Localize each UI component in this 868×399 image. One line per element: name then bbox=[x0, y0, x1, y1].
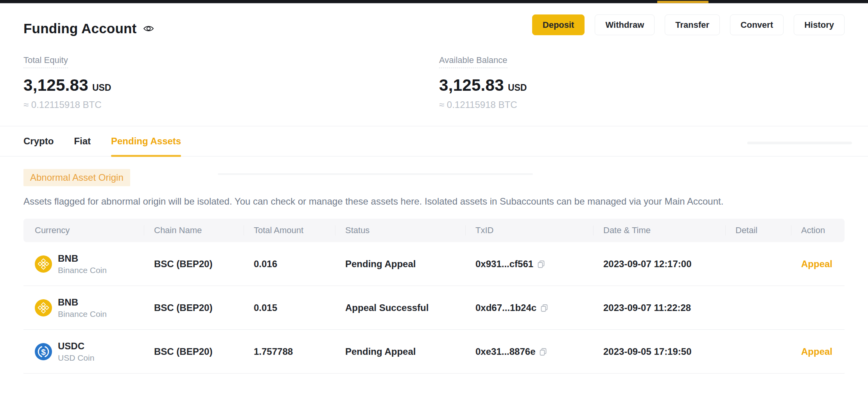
coin-symbol: BNB bbox=[58, 253, 107, 264]
total-equity-value-row: 3,125.83 USD bbox=[23, 76, 439, 95]
total-equity-block: Total Equity 3,125.83 USD ≈ 0.12115918 B… bbox=[23, 55, 439, 110]
total-amount-cell: 0.015 bbox=[254, 302, 345, 313]
copy-icon[interactable] bbox=[540, 304, 549, 312]
active-nav-indicator bbox=[657, 1, 708, 3]
total-equity-label: Total Equity bbox=[23, 55, 68, 68]
coin-name: Binance Coin bbox=[58, 309, 107, 319]
txid-cell: 0x931...cf561 bbox=[475, 259, 603, 270]
table-row: BNB Binance Coin BSC (BEP20) 0.015 Appea… bbox=[23, 286, 845, 330]
tab-fiat[interactable]: Fiat bbox=[74, 126, 91, 156]
col-txid: TxID bbox=[475, 225, 603, 235]
available-balance-currency: USD bbox=[508, 83, 527, 93]
coin-text: USDC USD Coin bbox=[58, 340, 94, 363]
pending-assets-section: Abnormal Asset Origin Assets flagged for… bbox=[0, 156, 868, 374]
account-actions: Deposit Withdraw Transfer Convert Histor… bbox=[522, 14, 845, 35]
usdc-icon: $ bbox=[35, 343, 52, 360]
datetime-cell: 2023-09-07 11:22:28 bbox=[603, 302, 735, 313]
pending-assets-table: Currency Chain Name Total Amount Status … bbox=[23, 219, 845, 374]
loading-skeleton-line bbox=[218, 173, 533, 175]
coin-name: USD Coin bbox=[58, 353, 94, 363]
history-button[interactable]: History bbox=[794, 14, 845, 35]
copy-icon[interactable] bbox=[539, 347, 547, 356]
tab-pending-assets[interactable]: Pending Assets bbox=[111, 126, 181, 156]
copy-icon[interactable] bbox=[537, 260, 545, 268]
datetime-cell: 2023-09-05 17:19:50 bbox=[603, 346, 735, 357]
col-action: Action bbox=[801, 225, 845, 235]
appeal-link[interactable]: Appeal bbox=[801, 346, 832, 357]
available-balance-btc-approx: ≈ 0.12115918 BTC bbox=[439, 99, 527, 110]
loading-skeleton-line bbox=[747, 142, 852, 144]
chain-name-cell: BSC (BEP20) bbox=[154, 259, 254, 270]
status-cell: Pending Appeal bbox=[345, 346, 475, 357]
abnormal-asset-origin-badge: Abnormal Asset Origin bbox=[23, 169, 130, 186]
page-title: Funding Account bbox=[23, 21, 136, 36]
txid-cell: 0xe31...8876e bbox=[475, 346, 603, 357]
bnb-icon bbox=[35, 255, 52, 273]
hide-balance-eye-icon[interactable] bbox=[143, 23, 154, 34]
total-amount-cell: 1.757788 bbox=[254, 346, 345, 357]
currency-cell: BNB Binance Coin bbox=[35, 297, 154, 319]
page-header: Funding Account Deposit Withdraw Transfe… bbox=[23, 4, 845, 36]
svg-text:$: $ bbox=[41, 347, 46, 356]
col-chain-name: Chain Name bbox=[154, 225, 254, 235]
action-cell: Appeal bbox=[801, 259, 845, 270]
appeal-link[interactable]: Appeal bbox=[801, 259, 832, 269]
chain-name-cell: BSC (BEP20) bbox=[154, 346, 254, 357]
balances-section: Total Equity 3,125.83 USD ≈ 0.12115918 B… bbox=[23, 55, 845, 126]
col-date-time: Date & Time bbox=[603, 225, 735, 235]
title-wrap: Funding Account bbox=[23, 21, 154, 36]
available-balance-block: Available Balance 3,125.83 USD ≈ 0.12115… bbox=[439, 55, 527, 110]
tab-crypto[interactable]: Crypto bbox=[23, 126, 54, 156]
action-cell: Appeal bbox=[801, 346, 845, 357]
col-total-amount: Total Amount bbox=[254, 225, 345, 235]
available-balance-label: Available Balance bbox=[439, 55, 508, 68]
coin-text: BNB Binance Coin bbox=[58, 253, 107, 275]
funding-account-page: Funding Account Deposit Withdraw Transfe… bbox=[0, 0, 868, 399]
available-balance-value: 3,125.83 bbox=[439, 76, 504, 95]
txid-text: 0xe31...8876e bbox=[475, 346, 535, 357]
coin-symbol: BNB bbox=[58, 297, 107, 308]
col-currency: Currency bbox=[35, 225, 154, 235]
currency-cell: $ USDC USD Coin bbox=[35, 340, 154, 363]
status-cell: Pending Appeal bbox=[345, 259, 475, 270]
chain-name-cell: BSC (BEP20) bbox=[154, 302, 254, 313]
top-navbar bbox=[0, 0, 868, 4]
deposit-button[interactable]: Deposit bbox=[532, 14, 585, 35]
col-status: Status bbox=[345, 225, 475, 235]
convert-button[interactable]: Convert bbox=[730, 14, 784, 35]
txid-text: 0x931...cf561 bbox=[475, 259, 533, 270]
table-row: $ USDC USD Coin BSC (BEP20) 1.757788 Pen… bbox=[23, 330, 845, 374]
coin-name: Binance Coin bbox=[58, 265, 107, 275]
coin-text: BNB Binance Coin bbox=[58, 297, 107, 319]
bnb-icon bbox=[35, 299, 52, 316]
page-content: Funding Account Deposit Withdraw Transfe… bbox=[0, 4, 868, 126]
transfer-button[interactable]: Transfer bbox=[665, 14, 720, 35]
txid-text: 0xd67...1b24c bbox=[475, 302, 536, 313]
datetime-cell: 2023-09-07 12:17:00 bbox=[603, 259, 735, 270]
asset-tabs: Crypto Fiat Pending Assets bbox=[0, 126, 868, 156]
total-equity-value: 3,125.83 bbox=[23, 76, 88, 95]
total-amount-cell: 0.016 bbox=[254, 259, 345, 270]
currency-cell: BNB Binance Coin bbox=[35, 253, 154, 275]
status-cell: Appeal Successful bbox=[345, 302, 475, 313]
txid-cell: 0xd67...1b24c bbox=[475, 302, 603, 313]
table-header: Currency Chain Name Total Amount Status … bbox=[23, 219, 845, 242]
total-equity-currency: USD bbox=[92, 83, 111, 93]
available-balance-value-row: 3,125.83 USD bbox=[439, 76, 527, 95]
withdraw-button[interactable]: Withdraw bbox=[595, 14, 655, 35]
table-row: BNB Binance Coin BSC (BEP20) 0.016 Pendi… bbox=[23, 242, 845, 286]
total-equity-btc-approx: ≈ 0.12115918 BTC bbox=[23, 99, 439, 110]
coin-symbol: USDC bbox=[58, 340, 94, 352]
section-description: Assets flagged for abnormal origin will … bbox=[23, 196, 845, 207]
